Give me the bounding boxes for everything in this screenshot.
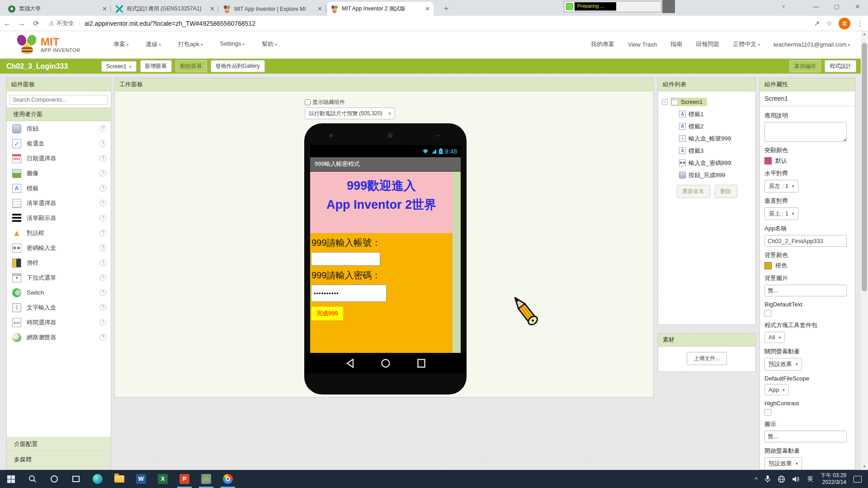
help-icon[interactable]: ?	[99, 289, 106, 296]
maximize-button[interactable]: ▢	[826, 0, 847, 14]
tree-item-label2[interactable]: A標籤2	[679, 120, 755, 132]
tab-course[interactable]: 程式設計應用 (GENS13257A1) ✕	[112, 2, 218, 16]
help-icon[interactable]: ?	[99, 125, 106, 132]
palette-item-slider[interactable]: 滑桿?	[7, 255, 111, 270]
share-icon[interactable]: ↗	[814, 19, 820, 28]
tab-search-chevron-icon[interactable]: ˅	[782, 4, 785, 9]
help-icon[interactable]: ?	[99, 334, 106, 341]
palette-item-notifier[interactable]: ▲對話框?	[7, 225, 111, 240]
palette-item-spinner[interactable]: ▾下拉式選單?	[7, 270, 111, 285]
account-label[interactable]: 999請輸入帳號：	[311, 237, 461, 249]
ime-indicator[interactable]: 英	[807, 475, 813, 483]
accent-color-field[interactable]: 默认	[764, 157, 850, 165]
help-icon[interactable]: ?	[99, 155, 106, 162]
palette-item-button[interactable]: 按鈕?	[7, 121, 111, 136]
tab-appinventor-explore[interactable]: MIT App Inventor | Explore MI ✕	[220, 2, 326, 16]
android-recents-icon[interactable]	[417, 358, 426, 368]
minimize-button[interactable]: —	[806, 0, 826, 14]
volume-icon[interactable]	[793, 476, 800, 483]
delete-button[interactable]: 刪除	[715, 185, 737, 198]
taskbar-chrome[interactable]	[217, 470, 239, 488]
menu-connect[interactable]: 連線▾	[146, 40, 161, 48]
palette-item-datepicker[interactable]: 2011日期選擇器?	[7, 151, 111, 166]
tree-item-account-textbox[interactable]: I輸入盒_帳號999	[679, 132, 755, 145]
scroll-down-icon[interactable]: ▼	[861, 464, 868, 470]
close-tab-icon[interactable]: ✕	[102, 5, 107, 12]
screen-selector[interactable]: Screen1 ▾	[101, 61, 137, 72]
help-icon[interactable]: ?	[99, 274, 106, 281]
menu-help[interactable]: 幫助▾	[262, 40, 277, 48]
password-input[interactable]	[311, 285, 387, 302]
appname-input[interactable]	[764, 235, 847, 247]
filescope-select[interactable]: App▾	[764, 384, 789, 395]
palette-item-checkbox[interactable]: ✓複選盒?	[7, 136, 111, 151]
url-text[interactable]: ai2.appinventor.mit.edu/?locale=zh_TW#49…	[85, 20, 255, 27]
taskbar-powerpoint[interactable]: P	[174, 470, 195, 488]
open-anim-select[interactable]: 預設效果▾	[764, 457, 802, 470]
menu-projects[interactable]: 專案▾	[113, 40, 129, 48]
help-icon[interactable]: ?	[99, 200, 106, 206]
forward-button[interactable]: →	[14, 19, 29, 28]
help-icon[interactable]: ?	[99, 140, 106, 147]
preview-size-select[interactable]: 以行動電話尺寸預覽 (505,320) ˅	[305, 108, 395, 119]
publish-gallery-button[interactable]: 發佈作品到Gallery	[211, 60, 265, 72]
bookmark-star-icon[interactable]: ☆	[826, 19, 832, 28]
tree-item-label1[interactable]: A標籤1	[679, 108, 755, 120]
palette-item-listpicker[interactable]: 清單選擇器?	[7, 196, 111, 211]
tree-item-password-textbox[interactable]: ✱✱輸入盒_密碼999	[679, 157, 755, 169]
close-button[interactable]: ✕	[847, 0, 868, 14]
link-view-trash[interactable]: View Trash	[628, 41, 657, 48]
help-icon[interactable]: ?	[99, 304, 106, 311]
link-guide[interactable]: 指南	[670, 40, 682, 48]
tree-item-done-button[interactable]: 按鈕_完成999	[679, 169, 755, 181]
profile-avatar[interactable]: 老	[839, 18, 850, 29]
scrollbar-thumb[interactable]	[862, 43, 867, 291]
palette-item-image[interactable]: 圖像?	[7, 166, 111, 181]
search-button[interactable]	[22, 470, 43, 488]
android-back-icon[interactable]	[345, 358, 354, 368]
help-icon[interactable]: ?	[99, 170, 106, 177]
back-button[interactable]: ←	[0, 19, 14, 28]
account-menu[interactable]: teacherma1101@gmail.com▾	[774, 41, 850, 48]
scroll-up-icon[interactable]: ▲	[861, 31, 868, 38]
palette-category-media[interactable]: 多媒體	[7, 452, 111, 467]
highcontrast-checkbox[interactable]	[764, 409, 771, 416]
about-textarea[interactable]	[764, 122, 847, 142]
help-icon[interactable]: ?	[99, 319, 106, 326]
taskbar-excel[interactable]: X	[152, 470, 174, 488]
toolkit-select[interactable]: All▾	[764, 332, 785, 343]
palette-item-passwordtextbox[interactable]: ✱✱密碼輸入盒?	[7, 240, 111, 255]
menu-settings[interactable]: Settings▾	[220, 40, 245, 48]
link-my-projects[interactable]: 我的專案	[591, 40, 614, 48]
bgcolor-field[interactable]: 橙色	[764, 262, 850, 270]
palette-item-label[interactable]: A標籤?	[7, 181, 111, 196]
rename-button[interactable]: 重新命名	[677, 185, 710, 198]
tab-university[interactable]: 實踐大學 ✕	[5, 2, 111, 16]
halign-select[interactable]: 居左 : 1▾	[764, 180, 798, 192]
bgimage-input[interactable]	[764, 285, 847, 296]
help-icon[interactable]: ?	[99, 244, 106, 251]
help-icon[interactable]: ?	[99, 215, 106, 221]
password-label[interactable]: 999請輸入密碼：	[311, 269, 461, 282]
url-box[interactable]: ⚠ 不安全 | ai2.appinventor.mit.edu/?locale=…	[49, 19, 255, 28]
palette-category-layout[interactable]: 介面配置	[7, 436, 111, 452]
palette-item-timepicker[interactable]: 8:10時間選擇器?	[7, 315, 111, 330]
tree-item-screen1[interactable]: − Screen1	[662, 96, 755, 108]
palette-section-user-interface[interactable]: 使用者介面	[7, 108, 111, 121]
close-tab-icon[interactable]: ✕	[317, 5, 322, 12]
close-tab-icon[interactable]: ✕	[210, 5, 215, 12]
palette-item-switch[interactable]: Switch?	[7, 285, 111, 300]
search-components-input[interactable]	[9, 95, 108, 105]
new-tab-button[interactable]: +	[441, 4, 452, 14]
valign-select[interactable]: 居上 : 1▾	[764, 207, 798, 220]
task-view-button[interactable]	[65, 470, 87, 488]
close-anim-select[interactable]: 預設效果▾	[764, 358, 802, 371]
taskbar-word[interactable]: W	[130, 470, 152, 488]
help-icon[interactable]: ?	[99, 185, 106, 192]
taskbar-clock[interactable]: 下午 03:29 2022/3/14	[821, 472, 846, 486]
palette-item-textbox[interactable]: I文字輸入盒?	[7, 300, 111, 315]
menu-build[interactable]: 打包apk▾	[178, 40, 203, 48]
action-center-icon[interactable]	[854, 476, 862, 483]
close-tab-icon[interactable]: ✕	[425, 5, 430, 12]
tab-appinventor-designer[interactable]: MIT App Inventor 2 測試版 ✕	[327, 2, 434, 16]
